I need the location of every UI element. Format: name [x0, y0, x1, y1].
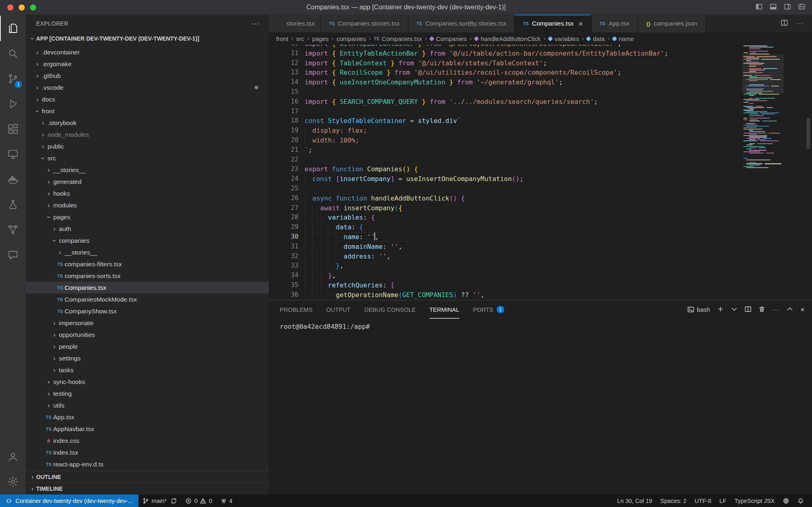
editor-scrollbar[interactable] [806, 118, 810, 149]
tree-item-index-tsx[interactable]: TSindex.tsx [26, 447, 269, 458]
tree-item-node-modules[interactable]: ›node_modules [26, 129, 269, 140]
code-line-24[interactable]: 24 const [insertCompany] = useInsertOneC… [269, 174, 812, 184]
outline-section-header[interactable]: › OUTLINE [26, 471, 269, 483]
customize-layout-icon[interactable] [798, 3, 806, 12]
minimize-window-button[interactable] [19, 4, 25, 11]
panel-more-icon[interactable]: ··· [772, 306, 780, 313]
tree-item-settings[interactable]: ›settings [26, 352, 269, 364]
tree-item-companiesmockmode-tsx[interactable]: TSCompaniesMockMode.tsx [26, 293, 269, 305]
code-line-36[interactable]: 36 getOperationName(GET_COMPANIES) ?? ''… [269, 290, 812, 300]
encoding[interactable]: UTF-8 [691, 494, 715, 507]
tab-companies-sortby-stories-tsx[interactable]: TSCompanies.sortBy.stories.tsx [408, 15, 515, 32]
eol-sequence[interactable]: LF [715, 494, 730, 507]
code-line-12[interactable]: 12import { TableContext } from '@/ui/tab… [269, 58, 812, 68]
tree-item-tasks[interactable]: ›tasks [26, 364, 269, 376]
chat-icon[interactable] [0, 242, 26, 268]
code-line-35[interactable]: 35 refetchQueries: [ [269, 280, 812, 290]
new-terminal-icon[interactable] [717, 306, 724, 314]
tree-item-auth[interactable]: ›auth [26, 223, 269, 235]
code-line-27[interactable]: 27 await insertCompany({ [269, 203, 812, 213]
ports-indicator[interactable]: 4 [216, 494, 237, 507]
tree-item-pages[interactable]: ›pages [26, 211, 269, 223]
workspace-section-header[interactable]: › APP [CONTAINER DEV-TWENTY-DEV (DEV-TWE… [26, 32, 269, 45]
tree-item-companyshow-tsx[interactable]: TSCompanyShow.tsx [26, 305, 269, 317]
breadcrumb-item-src[interactable]: src [296, 35, 304, 42]
tree-item-companies-sorts-tsx[interactable]: TScompanies-sorts.tsx [26, 270, 269, 282]
panel-tab-debug-console[interactable]: DEBUG CONSOLE [364, 300, 416, 319]
tree-item-companies-filters-tsx[interactable]: TScompanies-filters.tsx [26, 258, 269, 270]
breadcrumb-item-companies[interactable]: companies [337, 35, 366, 42]
tree-item-opportunities[interactable]: ›opportunities [26, 329, 269, 341]
tree-item-sync-hooks[interactable]: ›sync-hooks [26, 376, 269, 388]
tree-item-index-css[interactable]: #index.css [26, 435, 269, 447]
breadcrumb-item-variables[interactable]: variables [549, 35, 579, 42]
code-line-31[interactable]: 31 domainName: '', [269, 242, 812, 252]
code-line-30[interactable]: 30 name: '', [269, 232, 812, 242]
panel-tab-terminal[interactable]: TERMINAL [430, 300, 459, 319]
toggle-primary-sidebar-icon[interactable] [755, 3, 763, 12]
code-line-16[interactable]: 16import { SEARCH_COMPANY_QUERY } from '… [269, 97, 812, 107]
code-line-19[interactable]: 19 display: flex; [269, 126, 812, 136]
tree-item--devcontainer[interactable]: ›.devcontainer [26, 46, 269, 58]
explorer-actions-icon[interactable]: ··· [251, 19, 260, 28]
code-line-11[interactable]: 11import { EntityTableActionBar } from '… [269, 49, 812, 58]
breadcrumb-item-companies-tsx[interactable]: TSCompanies.tsx [374, 35, 422, 42]
panel-tab-problems[interactable]: PROBLEMS [280, 300, 313, 319]
cursor-position[interactable]: Ln 30, Col 19 [613, 494, 656, 507]
source-control-icon[interactable]: 1 [0, 66, 26, 91]
breadcrumb-item-data[interactable]: data [587, 35, 605, 42]
tree-item-generated[interactable]: ›generated [26, 176, 269, 188]
breadcrumb-item-companies[interactable]: Companies [430, 35, 467, 42]
tree-item-react-app-env-d-ts[interactable]: TSreact-app-env.d.ts [26, 458, 269, 470]
tree-item-src[interactable]: ›src [26, 152, 269, 164]
code-line-29[interactable]: 29 data: { [269, 222, 812, 232]
tab-app-tsx[interactable]: TSApp.tsx [592, 15, 638, 32]
tree-item-appnavbar-tsx[interactable]: TSAppNavbar.tsx [26, 423, 269, 435]
code-line-14[interactable]: 14import { useInsertOneCompanyMutation }… [269, 78, 812, 87]
timeline-section-header[interactable]: › TIMELINE [26, 483, 269, 494]
tree-item-front[interactable]: ›front [26, 105, 269, 117]
panel-tab-ports[interactable]: PORTS1 [473, 300, 504, 319]
problems-indicator[interactable]: 0 0 [181, 494, 216, 507]
tree-item-companies-tsx[interactable]: TSCompanies.tsx [26, 282, 269, 293]
code-line-25[interactable]: 25 [269, 184, 812, 194]
code-line-10[interactable]: 10import { WithTopBarContainer } from '@… [269, 45, 812, 49]
tree-item-public[interactable]: ›public [26, 140, 269, 152]
notifications-bell-icon[interactable] [793, 494, 808, 507]
maximize-panel-icon[interactable] [786, 306, 793, 314]
tree-item-hooks[interactable]: ›hooks [26, 188, 269, 199]
tree-item-impersonate[interactable]: ›impersonate [26, 317, 269, 329]
code-line-33[interactable]: 33 }, [269, 261, 812, 271]
breadcrumb-item-pages[interactable]: pages [312, 35, 329, 42]
code-line-34[interactable]: 34 }, [269, 271, 812, 280]
run-debug-icon[interactable] [0, 91, 26, 117]
code-line-21[interactable]: 21`; [269, 145, 812, 155]
tree-item--ergomake[interactable]: ›.ergomake [26, 58, 269, 70]
code-line-28[interactable]: 28 variables: { [269, 213, 812, 222]
breadcrumb-item-name[interactable]: name [613, 35, 634, 42]
tab-companies-stories-tsx[interactable]: TSCompanies.stories.tsx [321, 15, 408, 32]
shell-selector[interactable]: bash [687, 306, 710, 313]
terminal-dropdown-icon[interactable] [731, 306, 738, 314]
tree-item-app-tsx[interactable]: TSApp.tsx [26, 411, 269, 423]
language-mode[interactable]: TypeScript JSX [730, 494, 779, 507]
kill-terminal-icon[interactable] [758, 306, 765, 314]
git-branch-indicator[interactable]: main* [138, 494, 181, 507]
code-line-32[interactable]: 32 address: '', [269, 252, 812, 261]
tree-item--github[interactable]: ›.github [26, 70, 269, 82]
breadcrumb-item-handleaddbuttonclick[interactable]: handleAddButtonClick [475, 35, 541, 42]
close-panel-icon[interactable]: × [800, 305, 805, 314]
tree-item-utils[interactable]: ›utils [26, 399, 269, 411]
split-terminal-icon[interactable] [745, 306, 752, 314]
toggle-panel-icon[interactable] [769, 3, 777, 12]
breadcrumb-item-front[interactable]: front [276, 35, 288, 42]
zoom-window-button[interactable] [30, 4, 36, 11]
extensions-icon[interactable] [0, 117, 26, 142]
tree-item--stories-[interactable]: ›__stories__ [26, 246, 269, 258]
remote-indicator[interactable]: Container dev-twenty-dev (dev-twenty-dev… [0, 494, 138, 507]
panel-tab-output[interactable]: OUTPUT [326, 300, 351, 319]
tree-item--vscode[interactable]: ›.vscode [26, 82, 269, 93]
remote-explorer-icon[interactable] [0, 142, 26, 167]
code-line-22[interactable]: 22 [269, 155, 812, 165]
toggle-secondary-sidebar-icon[interactable] [784, 3, 791, 12]
